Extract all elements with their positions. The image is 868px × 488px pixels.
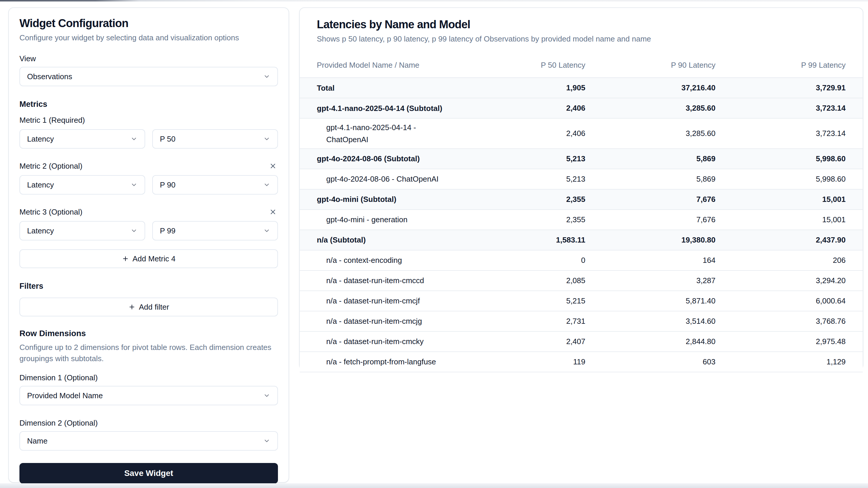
view-label: View: [20, 55, 278, 63]
row-name: n/a - dataset-run-item-cmcjf: [317, 295, 455, 307]
row-name: Total: [317, 82, 455, 94]
metric-2-measure-select[interactable]: Latency: [20, 175, 145, 195]
metric-3-label: Metric 3 (Optional): [20, 208, 83, 216]
row-p99-value: 206: [715, 256, 846, 265]
table-row: gpt-4.1-nano-2025-04-14 - ChatOpenAI 2,4…: [300, 119, 863, 149]
row-p90-value: 603: [585, 357, 715, 366]
view-select[interactable]: Observations: [20, 67, 278, 86]
metric-2-aggregation-value: P 90: [160, 181, 176, 190]
row-name: gpt-4o-2024-08-06 (Subtotal): [317, 153, 455, 165]
metric-3-measure-select[interactable]: Latency: [20, 221, 145, 240]
row-p90-value: 5,869: [585, 154, 715, 163]
metric-3-aggregation-select[interactable]: P 99: [152, 221, 278, 240]
window-bottom-edge: [0, 483, 868, 488]
row-name: n/a - dataset-run-item-cmcky: [317, 335, 455, 347]
table-row: n/a - dataset-run-item-cmccd 2,085 3,287…: [300, 271, 863, 291]
table-header-row: Provided Model Name / Name P 50 Latency …: [300, 55, 863, 78]
widget-configuration-panel: Widget Configuration Configure your widg…: [8, 7, 289, 483]
chevron-down-icon: [263, 437, 270, 445]
table-row: gpt-4o-2024-08-06 (Subtotal) 5,213 5,869…: [300, 149, 863, 169]
column-header-p50: P 50 Latency: [455, 61, 585, 70]
table-row: n/a - dataset-run-item-cmcjg 2,731 3,514…: [300, 312, 863, 332]
row-dimensions-description: Configure up to 2 dimensions for pivot t…: [20, 342, 278, 364]
metric-1-measure-value: Latency: [27, 134, 54, 143]
dimension-1-select[interactable]: Provided Model Name: [20, 386, 278, 405]
column-header-name: Provided Model Name / Name: [317, 59, 455, 71]
metric-2-aggregation-select[interactable]: P 90: [152, 175, 278, 195]
row-p50-value: 2,355: [455, 195, 585, 204]
row-p90-value: 37,216.40: [585, 83, 715, 92]
preview-title: Latencies by Name and Model: [317, 18, 846, 31]
chevron-down-icon: [263, 227, 270, 234]
row-p99-value: 2,975.48: [715, 337, 846, 346]
add-filter-button[interactable]: Add filter: [20, 298, 278, 316]
table-row: gpt-4.1-nano-2025-04-14 (Subtotal) 2,406…: [300, 98, 863, 119]
chevron-down-icon: [130, 181, 137, 188]
row-p90-value: 3,285.60: [585, 104, 715, 113]
chevron-down-icon: [263, 392, 270, 399]
dimension-2-block: Dimension 2 (Optional) Name: [20, 419, 278, 451]
row-p99-value: 3,768.76: [715, 317, 846, 326]
table-row: n/a (Subtotal) 1,583.11 19,380.80 2,437.…: [300, 230, 863, 251]
row-p99-value: 3,729.91: [715, 83, 846, 92]
metric-3-block: Metric 3 (Optional) Latency P 99: [20, 207, 278, 240]
row-p50-value: 5,213: [455, 174, 585, 184]
close-icon: [269, 208, 277, 216]
remove-metric-2-button[interactable]: [268, 161, 278, 171]
chevron-down-icon: [130, 135, 137, 142]
row-p50-value: 119: [455, 357, 585, 366]
table-row: n/a - dataset-run-item-cmcky 2,407 2,844…: [300, 332, 863, 352]
row-p90-value: 2,844.80: [585, 337, 715, 346]
column-header-p90: P 90 Latency: [585, 61, 715, 70]
dimension-1-label: Dimension 1 (Optional): [20, 373, 278, 382]
add-metric-button[interactable]: Add Metric 4: [20, 249, 278, 268]
plus-icon: [128, 303, 135, 311]
row-name: gpt-4o-mini - generation: [317, 214, 455, 225]
metric-1-aggregation-select[interactable]: P 50: [152, 129, 278, 149]
row-name: n/a - dataset-run-item-cmcjg: [317, 315, 455, 327]
row-p99-value: 5,998.60: [715, 174, 846, 184]
row-p99-value: 15,001: [715, 215, 846, 224]
row-p50-value: 1,905: [455, 83, 585, 92]
chevron-down-icon: [263, 73, 270, 80]
close-icon: [269, 162, 277, 170]
metric-3-aggregation-value: P 99: [160, 226, 176, 235]
row-name: gpt-4.1-nano-2025-04-14 (Subtotal): [317, 102, 455, 114]
row-p50-value: 2,406: [455, 104, 585, 113]
row-p50-value: 5,213: [455, 154, 585, 163]
preview-subtitle: Shows p 50 latency, p 90 latency, p 99 l…: [317, 34, 846, 43]
remove-metric-3-button[interactable]: [268, 207, 278, 217]
save-widget-button[interactable]: Save Widget: [20, 463, 278, 484]
row-p90-value: 164: [585, 256, 715, 265]
row-name: gpt-4o-2024-08-06 - ChatOpenAI: [317, 173, 455, 185]
plus-icon: [122, 255, 129, 262]
row-name: n/a - fetch-prompt-from-langfuse: [317, 356, 455, 368]
row-name: gpt-4.1-nano-2025-04-14 - ChatOpenAI: [317, 122, 455, 145]
add-filter-label: Add filter: [139, 302, 169, 312]
row-p90-value: 3,285.60: [585, 129, 715, 138]
config-panel-title: Widget Configuration: [20, 17, 278, 30]
metric-2-label: Metric 2 (Optional): [20, 162, 83, 170]
dimension-2-select[interactable]: Name: [20, 431, 278, 451]
row-p50-value: 5,215: [455, 296, 585, 305]
table-row: gpt-4o-mini - generation 2,355 7,676 15,…: [300, 210, 863, 230]
row-name: n/a - context-encoding: [317, 254, 455, 266]
row-dimensions-heading: Row Dimensions: [20, 329, 278, 338]
row-p50-value: 2,085: [455, 276, 585, 285]
metric-2-block: Metric 2 (Optional) Latency P 90: [20, 162, 278, 195]
row-name: gpt-4o-mini (Subtotal): [317, 193, 455, 205]
row-p99-value: 6,000.64: [715, 296, 846, 305]
window-top-edge: [0, 0, 868, 1]
row-p50-value: 2,407: [455, 337, 585, 346]
table-row: Total 1,905 37,216.40 3,729.91: [300, 78, 863, 98]
table-row: gpt-4o-mini (Subtotal) 2,355 7,676 15,00…: [300, 190, 863, 210]
row-p99-value: 2,437.90: [715, 235, 846, 245]
row-p90-value: 7,676: [585, 195, 715, 204]
config-panel-subtitle: Configure your widget by selecting data …: [20, 33, 278, 42]
row-p90-value: 19,380.80: [585, 235, 715, 245]
row-p99-value: 15,001: [715, 195, 846, 204]
table-row: n/a - context-encoding 0 164 206: [300, 251, 863, 271]
row-name: n/a (Subtotal): [317, 234, 455, 246]
row-p99-value: 3,723.14: [715, 104, 846, 113]
metric-1-measure-select[interactable]: Latency: [20, 129, 145, 149]
